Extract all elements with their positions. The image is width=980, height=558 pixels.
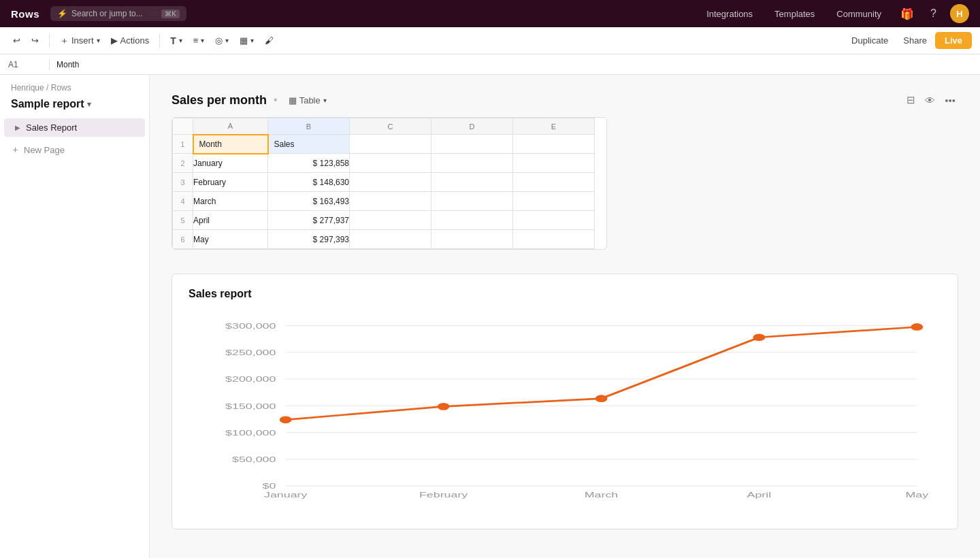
chart-svg: $300,000$250,000$200,000$150,000$100,000…	[189, 311, 941, 515]
redo-button[interactable]: ↪	[27, 33, 44, 48]
svg-point-21	[595, 395, 608, 402]
help-icon[interactable]: ?	[928, 5, 939, 22]
paint-button[interactable]: 🖌	[260, 33, 278, 48]
duplicate-button[interactable]: Duplicate	[845, 33, 895, 48]
filter-button[interactable]: ⊟	[904, 91, 918, 109]
cell-5-D[interactable]	[431, 211, 513, 230]
cell-1-A[interactable]: Month	[193, 135, 268, 154]
more-options-button[interactable]: •••	[942, 92, 958, 109]
cell-3-C[interactable]	[350, 173, 431, 192]
table-layout-button[interactable]: ▦ ▾	[235, 33, 259, 48]
cell-4-D[interactable]	[431, 192, 513, 211]
cell-5-B[interactable]: $ 277,937	[268, 211, 350, 230]
cell-ref-value: Month	[56, 60, 79, 69]
format-chevron: ▾	[225, 37, 229, 44]
cell-ref-divider	[49, 59, 50, 70]
cell-6-C[interactable]	[350, 230, 431, 249]
cell-6-D[interactable]	[431, 230, 513, 249]
text-style-icon: T	[170, 35, 176, 46]
cell-4-B[interactable]: $ 163,493	[268, 192, 350, 211]
cell-3-D[interactable]	[431, 173, 513, 192]
cell-6-B[interactable]: $ 297,393	[268, 230, 350, 249]
eye-button[interactable]: 👁	[922, 92, 938, 109]
col-header-b[interactable]: B	[268, 118, 350, 135]
cell-1-C[interactable]	[350, 135, 431, 154]
cell-2-C[interactable]	[350, 154, 431, 173]
cell-6-E[interactable]	[513, 230, 595, 249]
report-title[interactable]: Sample report ▾	[0, 98, 149, 118]
insert-icon: ＋	[60, 35, 69, 47]
actions-button[interactable]: ▶ Actions	[106, 33, 154, 48]
spreadsheet-table: A B C D E 1MonthSales2January$ 123,8583F…	[172, 118, 595, 249]
format-icon: ◎	[215, 35, 223, 46]
chart-section: Sales report $300,000$250,000$200,000$15…	[172, 274, 958, 529]
cell-1-E[interactable]	[513, 135, 595, 154]
text-style-button[interactable]: T ▾	[165, 33, 187, 49]
spreadsheet-wrapper: A B C D E 1MonthSales2January$ 123,8583F…	[172, 117, 607, 250]
search-kbd: ⌘K	[161, 10, 180, 18]
cell-ref-id: A1	[8, 60, 42, 69]
breadcrumb: Henrique / Rows	[0, 83, 149, 98]
share-button[interactable]: Share	[896, 33, 934, 48]
svg-text:$200,000: $200,000	[225, 376, 276, 384]
align-chevron: ▾	[201, 37, 204, 44]
col-header-e[interactable]: E	[513, 118, 595, 135]
row-num-3: 3	[173, 173, 193, 192]
nav-templates[interactable]: Templates	[769, 6, 820, 22]
cell-4-E[interactable]	[513, 192, 595, 211]
row-num-6: 6	[173, 230, 193, 249]
live-button[interactable]: Live	[935, 32, 972, 49]
col-header-a[interactable]: A	[193, 118, 268, 135]
svg-text:April: April	[747, 491, 772, 499]
insert-button[interactable]: ＋ Insert ▾	[55, 32, 105, 50]
breadcrumb-user: Henrique	[11, 83, 44, 93]
cell-5-C[interactable]	[350, 211, 431, 230]
cell-ref-bar: A1 Month	[0, 54, 980, 75]
report-title-chevron: ▾	[87, 100, 91, 109]
svg-text:$150,000: $150,000	[225, 402, 276, 410]
cell-3-A[interactable]: February	[193, 173, 268, 192]
col-header-d[interactable]: D	[431, 118, 513, 135]
row-num-1: 1	[173, 135, 193, 154]
breadcrumb-workspace: Rows	[51, 83, 71, 93]
cell-4-C[interactable]	[350, 192, 431, 211]
cell-6-A[interactable]: May	[193, 230, 268, 249]
insert-label: Insert	[71, 35, 94, 46]
toolbar: ↩ ↪ ＋ Insert ▾ ▶ Actions T ▾ ≡ ▾ ◎ ▾ ▦ ▾…	[0, 27, 980, 54]
cell-2-D[interactable]	[431, 154, 513, 173]
row-num-2: 2	[173, 154, 193, 173]
undo-button[interactable]: ↩	[8, 33, 25, 48]
svg-point-23	[911, 323, 923, 331]
table-type-button[interactable]: ▦ Table ▾	[284, 94, 331, 107]
nav-integrations[interactable]: Integrations	[701, 6, 758, 22]
text-style-chevron: ▾	[179, 37, 182, 44]
cell-5-A[interactable]: April	[193, 211, 268, 230]
breadcrumb-sep: /	[46, 83, 51, 93]
cell-4-A[interactable]: March	[193, 192, 268, 211]
cell-1-B[interactable]: Sales	[268, 135, 350, 154]
new-page-item[interactable]: ＋ New Page	[0, 140, 149, 160]
cell-3-E[interactable]	[513, 173, 595, 192]
col-header-c[interactable]: C	[350, 118, 431, 135]
cell-5-E[interactable]	[513, 211, 595, 230]
app-layout: Henrique / Rows Sample report ▾ ▶ Sales …	[0, 75, 980, 558]
svg-text:$50,000: $50,000	[232, 456, 276, 464]
cell-2-B[interactable]: $ 123,858	[268, 154, 350, 173]
cell-2-E[interactable]	[513, 154, 595, 173]
svg-point-22	[753, 333, 766, 341]
cell-3-B[interactable]: $ 148,630	[268, 173, 350, 192]
align-button[interactable]: ≡ ▾	[189, 33, 210, 48]
gift-icon[interactable]: 🎁	[898, 5, 917, 23]
nav-community[interactable]: Community	[831, 6, 887, 22]
search-bar[interactable]: ⚡ Search or jump to... ⌘K	[50, 6, 186, 21]
chart-title: Sales report	[189, 288, 941, 300]
format-button[interactable]: ◎ ▾	[210, 33, 233, 48]
corner-cell	[173, 118, 193, 135]
user-avatar[interactable]: H	[950, 4, 969, 23]
svg-point-20	[438, 403, 450, 410]
sidebar-item-sales-report[interactable]: ▶ Sales Report	[4, 118, 145, 137]
paint-icon: 🖌	[265, 35, 274, 46]
row-num-4: 4	[173, 192, 193, 211]
cell-2-A[interactable]: January	[193, 154, 268, 173]
cell-1-D[interactable]	[431, 135, 513, 154]
